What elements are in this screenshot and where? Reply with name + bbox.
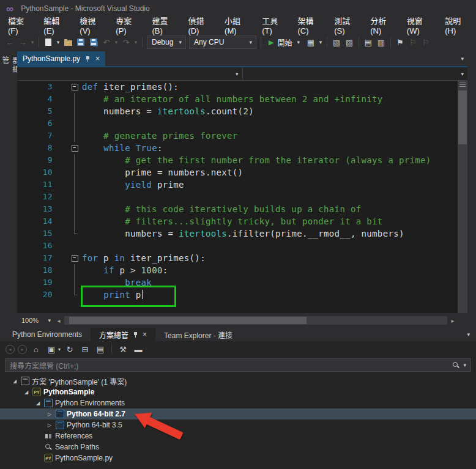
- window-layout-alt-icon[interactable]: ▨: [343, 35, 355, 49]
- debug-target-combo[interactable]: Debug ▾: [147, 35, 186, 49]
- menu-item[interactable]: 工具(T): [256, 12, 292, 38]
- code-line[interactable]: 5 numbers = itertools.count(2): [17, 105, 458, 117]
- code-line[interactable]: 20 print p: [17, 289, 458, 301]
- indent-decrease-icon[interactable]: ▤: [362, 35, 374, 49]
- search-dropdown-icon[interactable]: ▾: [459, 362, 466, 368]
- chevron-down-icon[interactable]: ▾: [245, 39, 256, 45]
- document-tab[interactable]: PythonSample.py ×: [17, 51, 105, 66]
- code-line[interactable]: 18 if p > 1000:: [17, 264, 458, 276]
- menu-item[interactable]: 說明(H): [439, 12, 476, 38]
- menu-item[interactable]: 檢視(V): [74, 12, 110, 38]
- chevron-down-icon[interactable]: ▾: [232, 71, 242, 77]
- expander-icon[interactable]: ◢: [11, 379, 18, 384]
- types-dropdown[interactable]: ▾: [17, 67, 243, 80]
- splitter-handle-icon[interactable]: [459, 83, 466, 87]
- code-line[interactable]: 13 # this code iteratively builds up a c…: [17, 203, 458, 215]
- tree-row[interactable]: References: [0, 430, 476, 441]
- attach-dropdown-icon[interactable]: ▾: [318, 35, 324, 49]
- menu-item[interactable]: 視窗(W): [401, 12, 439, 38]
- tree-row[interactable]: ◢PYPythonSample: [0, 386, 476, 397]
- code-line[interactable]: 9 # get the first number from the iterat…: [17, 154, 458, 166]
- close-icon[interactable]: ×: [95, 55, 100, 62]
- horizontal-scrollbar[interactable]: [64, 316, 447, 325]
- start-debug-button[interactable]: ▶ 開始 ▾: [264, 35, 304, 49]
- collapse-all-icon[interactable]: ⊟: [79, 343, 91, 355]
- expander-icon[interactable]: ▷: [46, 412, 53, 417]
- close-icon[interactable]: ×: [143, 330, 147, 339]
- pin-icon[interactable]: [133, 331, 138, 338]
- scroll-right-icon[interactable]: ▸: [448, 317, 458, 324]
- code-line[interactable]: 7 # generate primes forever: [17, 130, 458, 142]
- menu-item[interactable]: 編輯(E): [38, 12, 74, 38]
- save-icon[interactable]: [75, 35, 87, 49]
- panel-options-dropdown-icon[interactable]: ▾: [467, 331, 476, 338]
- code-line[interactable]: 4 # an iterator of all numbers between 2…: [17, 93, 458, 105]
- solution-search-box[interactable]: 搜尋方案總管 (Ctrl+;) ▾: [5, 358, 471, 372]
- window-layout-icon[interactable]: ▧: [330, 35, 343, 49]
- menu-item[interactable]: 建置(B): [146, 12, 182, 38]
- tree-row[interactable]: Search Paths: [0, 441, 476, 452]
- tree-row[interactable]: ◢Python Environments: [0, 397, 476, 408]
- vertical-scrollbar[interactable]: [458, 81, 467, 313]
- expander-icon[interactable]: ◢: [34, 401, 42, 406]
- code-line[interactable]: 15 numbers = itertools.ifilter(prime.__r…: [17, 227, 458, 240]
- new-file-icon[interactable]: [42, 35, 54, 49]
- horizontal-scrollbar-thumb[interactable]: [69, 317, 307, 324]
- open-file-icon[interactable]: [62, 35, 74, 49]
- bookmark-icon[interactable]: ⚑: [394, 35, 406, 49]
- chevron-down-icon[interactable]: ▾: [296, 39, 300, 45]
- members-dropdown[interactable]: ▾: [243, 67, 468, 80]
- search-icon[interactable]: [452, 361, 459, 369]
- properties-icon[interactable]: ▤: [94, 343, 106, 355]
- code-line[interactable]: 19 break: [17, 276, 458, 289]
- code-line[interactable]: 11 yield prime: [17, 179, 458, 191]
- code-line[interactable]: 6: [17, 117, 458, 130]
- vertical-scrollbar-thumb[interactable]: [458, 90, 467, 144]
- menu-item[interactable]: 架構(C): [292, 12, 329, 38]
- tree-row[interactable]: ▷Python 64-bit 2.7: [0, 408, 476, 419]
- menu-item[interactable]: 檔案(F): [2, 12, 38, 38]
- sync-icon[interactable]: ↻: [64, 343, 76, 355]
- menu-item[interactable]: 專案(P): [110, 12, 146, 38]
- expander-icon[interactable]: ▷: [46, 423, 53, 428]
- code-line[interactable]: 10 prime = numbers.next(): [17, 166, 458, 179]
- menu-item[interactable]: 測試(S): [329, 12, 365, 38]
- chevron-down-icon[interactable]: ▾: [175, 39, 185, 45]
- panel-tab[interactable]: 方案總管×: [91, 328, 155, 341]
- chevron-down-icon[interactable]: ▾: [457, 71, 467, 77]
- zoom-combo[interactable]: 100% ▾: [18, 314, 54, 327]
- menu-item[interactable]: 分析(N): [365, 12, 401, 38]
- menu-item[interactable]: 偵錯(D): [182, 12, 219, 38]
- pin-icon[interactable]: [85, 56, 91, 62]
- tree-row[interactable]: PYPythonSample.py: [0, 452, 476, 463]
- code-editor[interactable]: 3def iter_primes():4 # an iterator of al…: [17, 81, 467, 313]
- code-line[interactable]: 14 # filters...slightly tricky, but pond…: [17, 215, 458, 227]
- expander-icon[interactable]: ◢: [23, 390, 30, 395]
- outline-marker[interactable]: [60, 81, 82, 93]
- save-all-icon[interactable]: [87, 35, 100, 49]
- tree-row[interactable]: ▷Python 64-bit 3.5: [0, 419, 476, 430]
- scroll-left-icon[interactable]: ◂: [54, 317, 64, 324]
- outline-marker[interactable]: [60, 142, 82, 154]
- code-line[interactable]: 17for p in iter_primes():: [17, 252, 458, 264]
- panel-tab[interactable]: Python Environments: [4, 328, 91, 341]
- menu-item[interactable]: 小組(M): [219, 12, 256, 38]
- code-line[interactable]: 3def iter_primes():: [17, 81, 458, 93]
- code-line[interactable]: 16: [17, 240, 458, 252]
- code-line[interactable]: 8 while True:: [17, 142, 458, 154]
- document-well-dropdown-icon[interactable]: ▾: [461, 56, 467, 62]
- preview-selected-icon[interactable]: ▬: [132, 343, 144, 355]
- scope-dropdown-icon[interactable]: ▾: [58, 347, 61, 352]
- chevron-down-icon[interactable]: ▾: [48, 317, 51, 323]
- wrench-icon[interactable]: ⚒: [117, 343, 129, 355]
- tree-row[interactable]: ◢方案 'PythonSample' (1 專案): [0, 375, 476, 386]
- scope-icon[interactable]: ▣: [45, 343, 58, 355]
- code-line[interactable]: 12: [17, 191, 458, 203]
- outline-marker[interactable]: [60, 252, 82, 264]
- new-file-dropdown-icon[interactable]: ▾: [55, 35, 61, 49]
- attach-process-icon[interactable]: ▦: [305, 35, 317, 49]
- indent-increase-icon[interactable]: ▥: [375, 35, 387, 49]
- home-icon[interactable]: ⌂: [30, 343, 42, 355]
- panel-tab[interactable]: Team Explorer - 連接: [155, 328, 241, 341]
- platform-combo[interactable]: Any CPU ▾: [189, 35, 256, 49]
